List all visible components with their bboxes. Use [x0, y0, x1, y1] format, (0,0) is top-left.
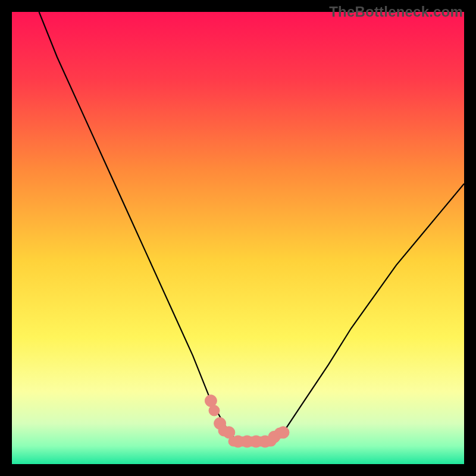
gradient-background: [12, 12, 464, 464]
watermark-text: TheBottleneck.com: [329, 4, 463, 20]
chart-frame: TheBottleneck.com: [0, 0, 476, 476]
svg-rect-12: [228, 437, 276, 446]
svg-point-1: [209, 405, 220, 416]
bottleneck-chart: [12, 12, 464, 464]
svg-point-0: [205, 395, 217, 407]
svg-point-11: [277, 427, 289, 439]
